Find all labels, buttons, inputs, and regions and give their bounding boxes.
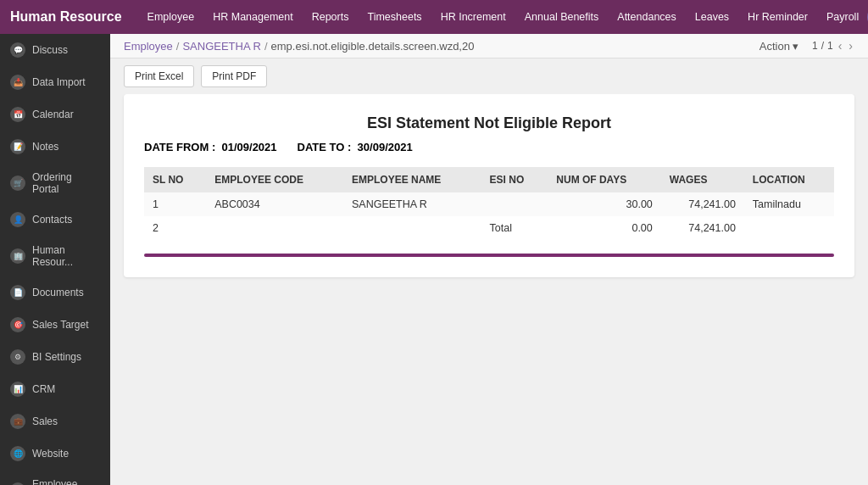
sidebar-item-ordering-portal[interactable]: 🛒 Ordering Portal [0, 163, 110, 203]
content-area: Employee / SANGEETHA R / emp.esi.not.eli… [110, 34, 868, 485]
report-table: SL NO EMPLOYEE CODE EMPLOYEE NAME ESI NO… [144, 167, 834, 240]
sidebar-label-human-resource: Human Resour... [32, 244, 100, 268]
sidebar-label-bi-settings: BI Settings [32, 351, 81, 363]
cell-location: Tamilnadu [744, 192, 834, 216]
cell-emp-name-2 [343, 216, 481, 240]
sidebar-item-website[interactable]: 🌐 Website [0, 438, 110, 470]
toolbar-right: Action ▾ 1 / 1 ‹ › [760, 39, 854, 53]
documents-icon: 📄 [10, 285, 25, 300]
sidebar-label-notes: Notes [32, 141, 58, 153]
print-pdf-button[interactable]: Print PDF [201, 65, 267, 87]
nav-leaves[interactable]: Leaves [687, 6, 737, 28]
cell-sl-no: 1 [144, 192, 206, 216]
cell-emp-name: SANGEETHA R [343, 192, 481, 216]
sidebar-label-website: Website [32, 448, 69, 460]
app-brand: Human Resource [10, 9, 122, 25]
breadcrumb-sangeetha[interactable]: SANGEETHA R [182, 40, 260, 53]
cell-num-days: 30.00 [548, 192, 660, 216]
action-row: Print Excel Print PDF [110, 59, 868, 94]
website-icon: 🌐 [10, 446, 25, 461]
sidebar-item-crm[interactable]: 📊 CRM [0, 373, 110, 405]
table-row: 1 ABC0034 SANGEETHA R 30.00 74,241.00 Ta… [144, 192, 834, 216]
nav-hr-reminder[interactable]: Hr Reminder [739, 6, 816, 28]
col-location: LOCATION [744, 167, 834, 192]
sales-target-icon: 🎯 [10, 317, 25, 332]
report-card: ESI Statement Not Eligible Report DATE F… [124, 94, 854, 277]
prev-page-button[interactable]: ‹ [837, 39, 844, 53]
top-navigation: Human Resource Employee HR Management Re… [0, 0, 868, 34]
nav-annual-benefits[interactable]: Annual Benefits [516, 6, 608, 28]
sidebar-label-data-import: Data Import [32, 76, 86, 88]
sidebar-item-notes[interactable]: 📝 Notes [0, 131, 110, 163]
sidebar-item-data-import[interactable]: 📥 Data Import [0, 66, 110, 98]
sidebar-label-employee-map: Employee Map... [32, 478, 100, 485]
breadcrumb-sep2: / [264, 40, 268, 53]
table-row: 2 Total 0.00 74,241.00 [144, 216, 834, 240]
nav-hr-management[interactable]: HR Management [204, 6, 302, 28]
sidebar-item-calendar[interactable]: 📅 Calendar [0, 98, 110, 131]
breadcrumb-employee[interactable]: Employee [124, 40, 173, 53]
crm-icon: 📊 [10, 382, 25, 397]
sidebar-item-documents[interactable]: 📄 Documents [0, 276, 110, 309]
report-dates: DATE FROM : 01/09/2021 DATE TO : 30/09/2… [144, 141, 834, 153]
nav-menu: Employee HR Management Reports Timesheet… [139, 6, 868, 28]
sidebar-label-sales-target: Sales Target [32, 319, 89, 331]
nav-attendances[interactable]: Attendances [609, 6, 685, 28]
date-to-label: DATE TO : 30/09/2021 [298, 141, 413, 153]
report-divider [144, 254, 834, 257]
bi-settings-icon: ⚙ [10, 349, 25, 365]
col-esi-no: ESI NO [481, 167, 548, 192]
cell-emp-code-2 [206, 216, 343, 240]
cell-location-2 [744, 216, 834, 240]
print-excel-button[interactable]: Print Excel [124, 65, 194, 87]
table-header-row: SL NO EMPLOYEE CODE EMPLOYEE NAME ESI NO… [144, 167, 834, 192]
discuss-icon: 💬 [10, 42, 25, 58]
cell-esi-no-2: Total [481, 216, 548, 240]
nav-payroll[interactable]: Payroll [818, 6, 867, 28]
cell-wages-2: 74,241.00 [661, 216, 744, 240]
breadcrumb: Employee / SANGEETHA R / emp.esi.not.eli… [124, 40, 474, 53]
sales-icon: 💼 [10, 414, 25, 429]
ordering-portal-icon: 🛒 [10, 176, 25, 191]
col-emp-code: EMPLOYEE CODE [206, 167, 343, 192]
col-wages: WAGES [661, 167, 744, 192]
nav-timesheets[interactable]: Timesheets [359, 6, 430, 28]
cell-emp-code: ABC0034 [206, 192, 343, 216]
sidebar-label-documents: Documents [32, 287, 84, 298]
sidebar-item-contacts[interactable]: 👤 Contacts [0, 203, 110, 236]
report-title: ESI Statement Not Eligible Report [144, 114, 834, 132]
col-num-days: NUM OF DAYS [548, 167, 660, 192]
col-emp-name: EMPLOYEE NAME [343, 167, 481, 192]
sidebar-label-ordering-portal: Ordering Portal [32, 171, 100, 195]
sidebar-item-human-resource[interactable]: 🏢 Human Resour... [0, 236, 110, 276]
sidebar-label-contacts: Contacts [32, 214, 72, 226]
main-layout: 💬 Discuss 📥 Data Import 📅 Calendar 📝 Not… [0, 34, 868, 485]
cell-esi-no [481, 192, 548, 216]
sidebar-label-crm: CRM [32, 383, 55, 395]
col-sl-no: SL NO [144, 167, 206, 192]
nav-hr-increment[interactable]: HR Increment [432, 6, 515, 28]
sidebar-item-sales[interactable]: 💼 Sales [0, 405, 110, 438]
sidebar-item-discuss[interactable]: 💬 Discuss [0, 34, 110, 66]
next-page-button[interactable]: › [847, 39, 854, 53]
action-button[interactable]: Action ▾ [760, 40, 798, 53]
cell-sl-no-2: 2 [144, 216, 206, 240]
sidebar-label-calendar: Calendar [32, 109, 74, 120]
sidebar-item-employee-map[interactable]: 🗺 Employee Map... [0, 470, 110, 485]
breadcrumb-current: emp.esi.not.eligible.details.screen.wzd,… [271, 40, 475, 53]
calendar-icon: 📅 [10, 107, 25, 122]
nav-reports[interactable]: Reports [303, 6, 358, 28]
contacts-icon: 👤 [10, 212, 25, 227]
cell-num-days-2: 0.00 [548, 216, 660, 240]
nav-employee[interactable]: Employee [139, 6, 203, 28]
breadcrumb-sep1: / [176, 40, 180, 53]
cell-wages: 74,241.00 [661, 192, 744, 216]
data-import-icon: 📥 [10, 75, 25, 90]
sidebar-item-bi-settings[interactable]: ⚙ BI Settings [0, 341, 110, 373]
pagination: 1 / 1 ‹ › [812, 39, 854, 53]
sidebar: 💬 Discuss 📥 Data Import 📅 Calendar 📝 Not… [0, 34, 110, 485]
sidebar-item-sales-target[interactable]: 🎯 Sales Target [0, 309, 110, 341]
secondary-toolbar: Employee / SANGEETHA R / emp.esi.not.eli… [110, 34, 868, 59]
report-container: ESI Statement Not Eligible Report DATE F… [110, 94, 868, 485]
notes-icon: 📝 [10, 139, 25, 154]
